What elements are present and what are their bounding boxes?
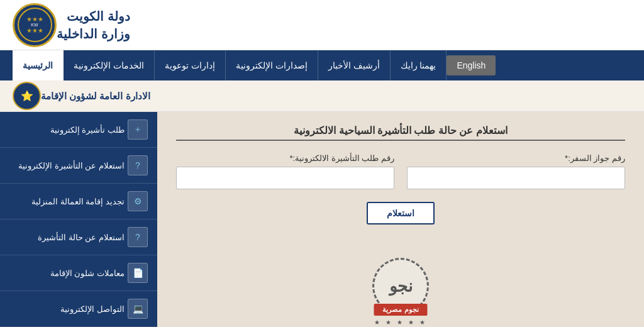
nav-item-opinion[interactable]: يهمنا رايك bbox=[391, 50, 447, 80]
nav-item-awareness[interactable]: إدارات توعوية bbox=[155, 50, 226, 80]
visa-request-icon-box: ＋ bbox=[128, 119, 148, 140]
sidebar-label-visa-inquiry: استعلام عن التأشيرة الإلكترونية bbox=[9, 161, 125, 170]
passport-label: رقم جواز السفر:* bbox=[407, 153, 625, 163]
passport-input[interactable] bbox=[407, 167, 625, 189]
form-fields: رقم جواز السفر:* رقم طلب التأشيرة الالكت… bbox=[176, 153, 625, 189]
visa-number-input[interactable] bbox=[176, 167, 394, 189]
sidebar-item-residency[interactable]: 📄 معاملات شلون الإقامة bbox=[0, 255, 157, 291]
sidebar-item-eissue[interactable]: 💻 التواصل الإلكترونية bbox=[0, 291, 157, 327]
sidebar-label-eissue: التواصل الإلكترونية bbox=[9, 304, 125, 314]
logo-star-icon: ★★★ bbox=[26, 16, 43, 23]
sidebar: ＋ طلب تأشيرة إلكترونية ? استعلام عن التأ… bbox=[0, 112, 157, 327]
visa-inquiry-icon-box: ? bbox=[128, 155, 148, 175]
badge-stars: ★ ★ ★ ★ ★ bbox=[374, 319, 426, 326]
nav-item-home[interactable]: الرئيسية bbox=[13, 50, 64, 80]
visa-status-icon-box: ? bbox=[128, 227, 148, 247]
watermark-badge: نجو نجوم مصرية ★ ★ ★ ★ ★ bbox=[366, 252, 435, 321]
nav-item-eservices[interactable]: الخدمات الإلكترونية bbox=[64, 50, 155, 80]
sidebar-item-domestic-renewal[interactable]: ⚙ تجديد إقامة العمالة المنزلية bbox=[0, 184, 157, 219]
nav-item-news[interactable]: أرشيف الأخبار bbox=[318, 50, 391, 80]
logo-star-bottom-icon: ★★★ bbox=[26, 27, 43, 34]
sidebar-label-domestic-renewal: تجديد إقامة العمالة المنزلية bbox=[9, 197, 125, 206]
logo-text: KW bbox=[31, 23, 38, 27]
header-text: دولة الكويت وزارة الداخلية bbox=[57, 8, 130, 43]
sidebar-item-visa-request[interactable]: ＋ طلب تأشيرة إلكترونية bbox=[0, 112, 157, 148]
sub-header: الادارة العامة لشؤون الإقامة ⭐ bbox=[0, 80, 644, 112]
sidebar-item-visa-status[interactable]: ? استعلام عن حالة التأشيرة bbox=[0, 219, 157, 255]
domestic-renewal-icon: ⚙ bbox=[134, 196, 142, 206]
visa-inquiry-icon: ? bbox=[135, 160, 140, 170]
logo-inner: ★★★ KW ★★★ bbox=[18, 8, 52, 42]
sub-logo-icon: ⭐ bbox=[13, 82, 41, 110]
main-nav: English يهمنا رايك أرشيف الأخبار إصدارات… bbox=[0, 50, 644, 80]
sidebar-label-visa-request: طلب تأشيرة إلكترونية bbox=[9, 125, 125, 135]
sub-logo: ⭐ bbox=[13, 82, 41, 110]
form-area: استعلام عن حالة طلب التأشيرة السياحية ال… bbox=[157, 112, 644, 327]
header-logo: ★★★ KW ★★★ bbox=[13, 3, 57, 47]
header-title-line1: دولة الكويت bbox=[57, 8, 130, 25]
english-button[interactable]: English bbox=[447, 55, 496, 75]
header-title-line2: وزارة الداخلية bbox=[57, 25, 130, 43]
sub-header-title: الادارة العامة لشؤون الإقامة bbox=[41, 91, 150, 102]
header: دولة الكويت وزارة الداخلية ★★★ KW ★★★ bbox=[0, 0, 644, 50]
domestic-renewal-icon-box: ⚙ bbox=[128, 191, 148, 211]
residency-icon: 📄 bbox=[133, 268, 143, 278]
residency-icon-box: 📄 bbox=[128, 263, 148, 283]
sidebar-item-visa-inquiry[interactable]: ? استعلام عن التأشيرة الإلكترونية bbox=[0, 148, 157, 184]
main-content: استعلام عن حالة طلب التأشيرة السياحية ال… bbox=[0, 112, 644, 327]
search-button[interactable]: استعلام bbox=[367, 202, 435, 224]
visa-status-icon: ? bbox=[135, 232, 140, 242]
badge-arabic-icon: نجو bbox=[389, 277, 413, 296]
sidebar-label-residency: معاملات شلون الإقامة bbox=[9, 269, 125, 278]
badge-outer: نجو نجوم مصرية ★ ★ ★ ★ ★ bbox=[366, 252, 435, 321]
badge-ribbon: نجوم مصرية bbox=[374, 304, 427, 316]
eissue-icon-box: 💻 bbox=[128, 299, 148, 319]
form-group-visa: رقم طلب التأشيرة الالكترونية:* bbox=[176, 153, 394, 189]
sidebar-label-visa-status: استعلام عن حالة التأشيرة bbox=[9, 233, 125, 242]
sub-logo-star-icon: ⭐ bbox=[21, 90, 33, 102]
visa-request-icon: ＋ bbox=[133, 124, 142, 135]
eissue-icon: 💻 bbox=[133, 304, 143, 314]
form-title: استعلام عن حالة طلب التأشيرة السياحية ال… bbox=[176, 125, 625, 141]
form-group-passport: رقم جواز السفر:* bbox=[407, 153, 625, 189]
visa-label: رقم طلب التأشيرة الالكترونية:* bbox=[176, 153, 394, 163]
nav-item-epublications[interactable]: إصدارات الإلكترونية bbox=[226, 50, 318, 80]
